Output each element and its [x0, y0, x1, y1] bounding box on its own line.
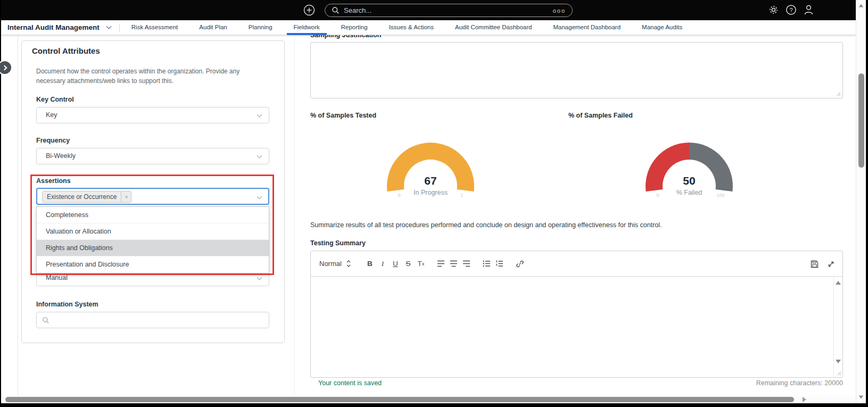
scroll-down-icon[interactable] [836, 360, 841, 363]
active-tab-underline [287, 33, 327, 35]
editor-scrollbar[interactable] [833, 277, 842, 377]
scroll-down-icon[interactable] [859, 396, 864, 399]
horizontal-scroll-thumb[interactable] [5, 397, 794, 402]
select-stepper-icon [346, 260, 351, 268]
panel-divider [294, 35, 295, 397]
svg-text:67: 67 [424, 175, 436, 187]
tab-reporting[interactable]: Reporting [330, 20, 378, 35]
summary-instruction: Summarize results of all test procedures… [310, 221, 662, 229]
assertions-label: Assertions [36, 177, 71, 185]
save-content-button[interactable] [809, 258, 819, 270]
search-input[interactable] [344, 6, 553, 14]
resize-grip-icon[interactable] [836, 91, 841, 96]
tab-issues-actions[interactable]: Issues & Actions [378, 20, 444, 35]
tab-risk-assessment[interactable]: Risk Assessment [121, 20, 189, 35]
bullet-list-button[interactable] [481, 258, 493, 270]
vertical-scrollbar[interactable] [856, 0, 866, 403]
global-search[interactable]: ooo [325, 4, 573, 17]
gear-icon [768, 4, 779, 15]
main-content: Control Attributes Document how the cont… [1, 35, 856, 397]
user-menu-button[interactable] [803, 4, 814, 15]
expand-panel-button[interactable] [0, 60, 12, 75]
svg-text:50: 50 [683, 175, 695, 187]
plus-circle-icon [303, 4, 315, 16]
testing-summary-label: Testing Summary [310, 239, 366, 247]
settings-button[interactable] [768, 4, 779, 15]
tab-audit-committee-dashboard[interactable]: Audit Committee Dashboard [444, 20, 542, 35]
save-icon [811, 260, 819, 268]
collapsed-panel-border [18, 35, 18, 397]
information-system-field[interactable] [36, 312, 269, 328]
ordered-list-button[interactable] [493, 258, 506, 270]
sampling-justification-textarea[interactable] [310, 42, 843, 98]
option-valuation-or-allocation[interactable]: Valuation or Allocation [37, 223, 269, 240]
svg-text:100: 100 [716, 193, 724, 198]
search-icon [332, 6, 340, 14]
assertion-tag-label: Existence or Occurrence [43, 193, 121, 201]
scroll-right-icon[interactable] [803, 397, 806, 402]
editor-content[interactable] [311, 277, 842, 377]
align-right-icon [462, 260, 470, 267]
app-switcher[interactable]: Internal Audit Management [1, 23, 111, 31]
nav-bar: Internal Audit Management Risk Assessmen… [1, 20, 856, 35]
svg-text:?: ? [789, 7, 792, 13]
samples-failed-gauge: 50% Failed0100 [639, 136, 740, 206]
app-title: Internal Audit Management [7, 23, 100, 31]
key-control-label: Key Control [36, 96, 74, 103]
scroll-up-icon[interactable] [836, 281, 841, 285]
link-button[interactable] [514, 258, 526, 270]
resize-grip-icon[interactable] [836, 370, 841, 376]
user-icon [803, 4, 814, 15]
paragraph-style-select[interactable]: Normal [319, 260, 351, 268]
assertions-multiselect[interactable]: Existence or Occurrence × [36, 188, 269, 205]
chevron-down-icon [257, 153, 262, 159]
editor-toolbar-right [809, 258, 836, 270]
testing-summary-editor: Normal B I U S Tx [310, 251, 843, 378]
scroll-up-icon[interactable] [859, 4, 864, 7]
tab-fieldwork[interactable]: Fieldwork [283, 20, 330, 35]
underline-button[interactable]: U [389, 258, 402, 270]
svg-text:0: 0 [398, 193, 400, 198]
chevron-down-icon [106, 24, 111, 29]
ordered-list-icon [495, 260, 503, 267]
expand-editor-button[interactable] [826, 258, 836, 270]
vertical-scroll-thumb[interactable] [858, 73, 864, 168]
horizontal-scrollbar[interactable] [1, 396, 856, 403]
samples-tested-title: % of Samples Tested [310, 112, 376, 119]
information-system-input[interactable] [53, 317, 263, 324]
align-center-icon [450, 260, 458, 267]
control-attributes-card: Control Attributes Document how the cont… [21, 40, 285, 343]
expand-icon [827, 260, 835, 268]
assertions-dropdown: Completeness Valuation or Allocation Rig… [36, 206, 269, 273]
frequency-select[interactable]: Bi-Weekly [36, 148, 269, 164]
paragraph-style-value: Normal [319, 260, 342, 268]
remove-tag-button[interactable]: × [121, 192, 131, 202]
clear-formatting-button[interactable]: Tx [415, 258, 427, 270]
tab-planning[interactable]: Planning [238, 20, 283, 35]
align-right-button[interactable] [460, 258, 473, 270]
tab-manage-audits[interactable]: Manage Audits [631, 20, 693, 35]
option-rights-and-obligations[interactable]: Rights and Obligations [37, 240, 269, 256]
option-completeness[interactable]: Completeness [37, 207, 269, 223]
bold-button[interactable]: B [363, 258, 376, 270]
add-button[interactable] [303, 4, 315, 16]
italic-button[interactable]: I [376, 258, 389, 270]
search-overflow-menu[interactable]: ooo [553, 7, 566, 14]
tab-management-dashboard[interactable]: Management Dashboard [542, 20, 631, 35]
svg-text:In Progress: In Progress [414, 189, 448, 196]
option-presentation-and-disclosure[interactable]: Presentation and Disclosure [37, 256, 269, 273]
top-right-icons: ? [768, 4, 814, 15]
key-control-select[interactable]: Key [36, 107, 269, 123]
samples-tested-gauge: 67In Progress01 [380, 136, 481, 206]
align-left-icon [437, 260, 445, 267]
chevron-down-icon [257, 112, 262, 118]
chevron-down-icon [257, 194, 262, 200]
strikethrough-button[interactable]: S [402, 258, 415, 270]
help-button[interactable]: ? [786, 4, 797, 15]
align-left-button[interactable] [435, 258, 448, 270]
svg-text:% Failed: % Failed [676, 189, 702, 196]
help-icon: ? [786, 4, 797, 15]
align-center-button[interactable] [448, 258, 460, 270]
card-description: Document how the control operates within… [36, 67, 249, 86]
tab-audit-plan[interactable]: Audit Plan [188, 20, 237, 35]
